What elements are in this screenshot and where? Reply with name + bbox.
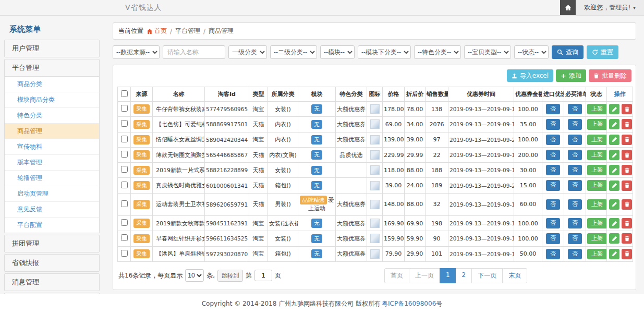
delete-button[interactable] (622, 199, 632, 210)
sidebar-item-group-buy[interactable]: 拼团管理 (5, 235, 99, 252)
sidebar-item-feedback[interactable]: 意见反馈 (5, 202, 99, 218)
import-select-toggle[interactable]: 否 (546, 199, 560, 210)
edit-button[interactable] (609, 104, 619, 114)
level2-category-select[interactable]: --二级分类-- (270, 45, 317, 59)
row-checkbox[interactable] (121, 182, 128, 188)
status-button[interactable]: 上架 (587, 199, 607, 210)
jump-button[interactable]: 跳转到 (217, 270, 243, 282)
sidebar-item-module-goods-category[interactable]: 模块商品分类 (5, 92, 99, 108)
edit-button[interactable] (609, 135, 619, 145)
breadcrumb-platform[interactable]: 平台管理 (175, 27, 200, 35)
import-select-toggle[interactable]: 否 (546, 104, 560, 114)
status-button[interactable]: 上架 (587, 150, 607, 160)
page-last[interactable]: 末页 (502, 268, 527, 283)
must-buy-toggle[interactable]: 否 (568, 165, 582, 175)
must-buy-toggle[interactable]: 否 (568, 150, 582, 160)
module-select[interactable]: --模块-- (320, 45, 355, 59)
item-type-select[interactable]: --宝贝类型-- (464, 45, 511, 59)
sidebar-item-goods-management[interactable]: 商品管理 (5, 124, 99, 139)
sidebar-item-saving-news[interactable]: 省钱快报 (5, 255, 99, 271)
select-all-checkbox[interactable] (121, 90, 128, 97)
delete-button[interactable] (622, 104, 632, 114)
row-checkbox[interactable] (121, 200, 128, 207)
batch-delete-button[interactable]: 批量删除 (589, 69, 631, 82)
delete-button[interactable] (622, 180, 632, 191)
delete-button[interactable] (622, 135, 632, 145)
per-page-select[interactable]: 10 (185, 269, 204, 282)
row-checkbox[interactable] (121, 136, 128, 142)
page-next[interactable]: 下一页 (471, 268, 503, 283)
must-buy-toggle[interactable]: 否 (568, 119, 582, 129)
edit-button[interactable] (609, 218, 619, 228)
delete-button[interactable] (622, 218, 632, 228)
sidebar-item-messages[interactable]: 消息管理 (5, 274, 99, 291)
delete-button[interactable] (622, 165, 632, 175)
home-button[interactable] (560, 0, 576, 15)
delete-button[interactable] (622, 233, 632, 244)
status-button[interactable]: 上架 (587, 165, 607, 175)
status-select[interactable]: --状态-- (514, 45, 549, 59)
sidebar-item-splash-management[interactable]: 启动页管理 (5, 186, 99, 202)
must-buy-toggle[interactable]: 否 (568, 233, 582, 244)
edit-button[interactable] (609, 233, 619, 244)
must-buy-toggle[interactable]: 否 (568, 180, 582, 190)
sidebar-item-feature-category[interactable]: 特色分类 (5, 108, 99, 124)
import-excel-button[interactable]: 导入excel (507, 69, 553, 82)
feature-category-select[interactable]: --特色分类-- (414, 45, 461, 59)
status-button[interactable]: 上架 (587, 119, 607, 129)
sidebar-item-version-management[interactable]: 版本管理 (5, 155, 99, 171)
sidebar-item-promo-materials[interactable]: 宣传物料 (5, 139, 99, 155)
reset-button[interactable]: 重置 (587, 45, 618, 59)
must-buy-toggle[interactable]: 否 (568, 249, 582, 259)
status-button[interactable]: 上架 (587, 104, 607, 114)
edit-button[interactable] (609, 199, 619, 210)
sidebar-item-platform-config[interactable]: 平台配置 (5, 218, 99, 233)
row-checkbox[interactable] (121, 250, 128, 257)
row-checkbox[interactable] (121, 234, 128, 241)
must-buy-toggle[interactable]: 否 (568, 135, 582, 145)
row-checkbox[interactable] (121, 105, 128, 112)
page-2[interactable]: 2 (456, 268, 472, 283)
name-input[interactable] (163, 45, 225, 59)
sidebar-item-users[interactable]: 用户管理 (5, 40, 99, 57)
must-buy-toggle[interactable]: 否 (568, 104, 582, 114)
status-button[interactable]: 上架 (587, 218, 607, 228)
sidebar-item-goods-category[interactable]: 商品分类 (5, 77, 99, 92)
status-button[interactable]: 上架 (587, 249, 607, 259)
edit-button[interactable] (609, 180, 619, 191)
row-checkbox[interactable] (121, 151, 128, 158)
edit-button[interactable] (609, 249, 619, 259)
jump-page-input[interactable] (254, 270, 272, 281)
edit-button[interactable] (609, 150, 619, 160)
import-select-toggle[interactable]: 否 (546, 150, 560, 160)
delete-button[interactable] (622, 150, 632, 160)
search-button[interactable]: 查询 (552, 45, 584, 59)
row-checkbox[interactable] (121, 166, 128, 173)
add-button[interactable]: + 添加 (556, 69, 586, 82)
row-checkbox[interactable] (121, 219, 128, 226)
page-1[interactable]: 1 (440, 268, 456, 283)
sidebar-item-carousel-management[interactable]: 轮播管理 (5, 171, 99, 186)
edit-button[interactable] (609, 165, 619, 175)
import-select-toggle[interactable]: 否 (546, 218, 560, 228)
import-select-toggle[interactable]: 否 (546, 233, 560, 244)
import-select-toggle[interactable]: 否 (546, 165, 560, 175)
must-buy-toggle[interactable]: 否 (568, 218, 582, 228)
import-select-toggle[interactable]: 否 (546, 180, 560, 190)
module-sub-category-select[interactable]: --模块下分类-- (358, 45, 411, 59)
breadcrumb-home[interactable]: 首页 (147, 27, 167, 35)
row-checkbox[interactable] (121, 120, 128, 127)
status-button[interactable]: 上架 (587, 135, 607, 145)
user-menu[interactable]: 欢迎您，管理员! ▾ (576, 0, 644, 15)
level1-category-select[interactable]: 一级分类 (228, 45, 267, 59)
status-button[interactable]: 上架 (587, 180, 607, 190)
sidebar-item-platform[interactable]: 平台管理 (5, 59, 99, 76)
import-select-toggle[interactable]: 否 (546, 249, 560, 259)
edit-button[interactable] (609, 119, 619, 129)
data-source-select[interactable]: --数据来源-- (113, 45, 160, 59)
import-select-toggle[interactable]: 否 (546, 135, 560, 145)
icp-link[interactable]: 粤ICP备16098006号 (382, 299, 442, 308)
import-select-toggle[interactable]: 否 (546, 119, 560, 129)
delete-button[interactable] (622, 249, 632, 259)
must-buy-toggle[interactable]: 否 (568, 199, 582, 210)
